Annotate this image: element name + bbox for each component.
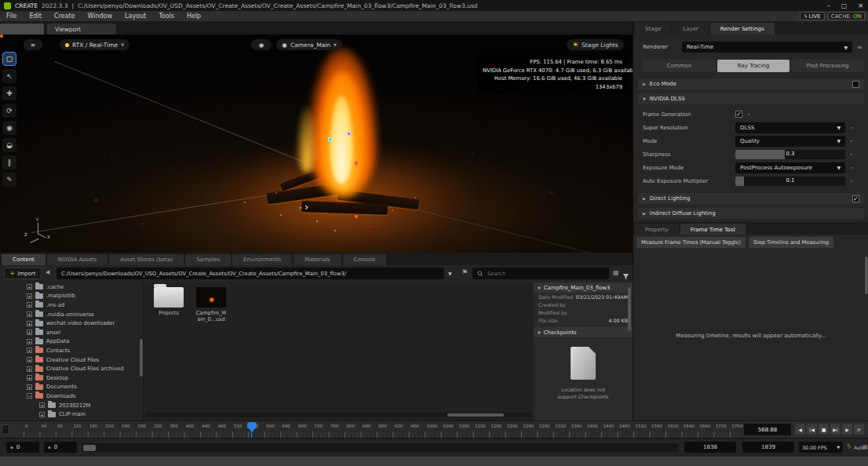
content-tab-samples[interactable]: Samples: [185, 254, 231, 265]
maximize-icon[interactable]: ▢: [841, 2, 848, 9]
section-nvidia-dlss[interactable]: ▼ NVIDIA DLSS: [638, 93, 864, 104]
camera-selector-button[interactable]: ◉ Camera_Main ▼: [276, 39, 342, 50]
grid-horizontal-scrollbar[interactable]: [145, 413, 532, 417]
panel-stub[interactable]: [0, 24, 44, 35]
path-input[interactable]: C:/Users/penyo/Downloads/OV_USD_Assets/O…: [57, 268, 444, 279]
sharpness-slider[interactable]: 0.3: [735, 150, 845, 159]
expand-toggle-icon[interactable]: +: [39, 402, 45, 408]
tab-render-settings[interactable]: Render Settings: [710, 23, 775, 35]
pen-tool[interactable]: ✎: [2, 173, 16, 187]
viewport-menu-button[interactable]: ≡: [24, 39, 42, 50]
move-tool[interactable]: ✚: [2, 86, 16, 100]
tree-item-ms-ad[interactable]: +.ms-ad: [0, 300, 143, 310]
fps-dropdown[interactable]: 30.00 FPS ▼: [799, 442, 843, 453]
pause-button[interactable]: ‖: [2, 155, 16, 169]
section-eco-mode[interactable]: ▶ Eco Mode: [638, 78, 864, 89]
timeline-settings-icon[interactable]: ▤: [863, 444, 868, 450]
frame-generation-checkbox[interactable]: [735, 111, 742, 118]
stop-timeline-and-measuring-button[interactable]: Stop Timeline and Measuring: [749, 237, 833, 248]
timeline-scrollbar[interactable]: [82, 443, 678, 452]
range-end-field[interactable]: 1839: [742, 442, 794, 453]
back-button[interactable]: ◀: [46, 269, 49, 275]
world-tool[interactable]: ◉: [2, 121, 16, 135]
expand-toggle-icon[interactable]: +: [27, 321, 32, 326]
search-input[interactable]: Search: [472, 268, 609, 279]
menu-item-layout[interactable]: Layout: [125, 13, 146, 20]
filter-icon[interactable]: [622, 268, 629, 283]
stop-button[interactable]: ■: [819, 424, 829, 435]
mode-tab-ray-tracing[interactable]: Ray Tracing: [717, 60, 790, 72]
tree-item-appdata[interactable]: +AppData: [0, 337, 143, 347]
expand-toggle-icon[interactable]: +: [27, 339, 32, 344]
close-icon[interactable]: ✕: [858, 2, 863, 9]
menu-item-window[interactable]: Window: [87, 13, 112, 20]
expand-toggle-icon[interactable]: +: [27, 375, 32, 380]
reset-dot-icon[interactable]: •: [747, 111, 750, 117]
super-resolution-dropdown[interactable]: DLSS▼: [735, 122, 845, 133]
menu-item-create[interactable]: Create: [54, 13, 75, 20]
autokey-icon[interactable]: ϟ: [847, 443, 851, 450]
section-direct-lighting[interactable]: ▶ Direct Lighting: [638, 193, 864, 204]
tree-item-contacts[interactable]: +Contacts: [0, 346, 143, 355]
expand-toggle-icon[interactable]: +: [27, 329, 32, 335]
play-button[interactable]: ▶: [842, 424, 852, 435]
tree-item-wechat-video-downloader[interactable]: +wechat video downloader: [0, 319, 143, 328]
reset-dot-icon[interactable]: •: [850, 165, 853, 170]
tab-stage[interactable]: Stage: [635, 23, 671, 35]
content-tab-asset-stores-beta[interactable]: Asset Stores (beta): [109, 254, 184, 265]
direct-lighting-checkbox[interactable]: [852, 195, 859, 202]
loop-end-field[interactable]: 1836: [684, 442, 736, 453]
timeline-corner-box[interactable]: [2, 424, 9, 435]
aperture-button[interactable]: ◉: [251, 39, 272, 50]
expand-toggle-icon[interactable]: +: [27, 357, 32, 362]
tree-scrollbar[interactable]: [140, 339, 143, 377]
expand-toggle-icon[interactable]: +: [27, 366, 32, 372]
rotate-tool[interactable]: ⟳: [2, 104, 16, 118]
content-tab-environments[interactable]: Environments: [232, 254, 292, 265]
scrollbar-thumb[interactable]: [83, 445, 96, 451]
cursor-tool[interactable]: ↖: [2, 69, 16, 83]
tree-item-ansel[interactable]: +ansel: [0, 328, 143, 337]
bookmark-icon[interactable]: ⚑: [461, 268, 468, 276]
stage-lights-button[interactable]: ☀ Stage Lights: [567, 39, 624, 50]
tree-item-cache[interactable]: +.cache: [0, 282, 143, 292]
menu-item-help[interactable]: Help: [187, 13, 201, 20]
tree-item-creative-cloud-files[interactable]: +Creative Cloud Files: [0, 355, 143, 365]
tree-item-20230212m[interactable]: +20230212M: [0, 401, 143, 410]
menu-item-tools[interactable]: Tools: [159, 13, 174, 20]
minimize-icon[interactable]: –: [827, 2, 830, 9]
expand-toggle-icon[interactable]: +: [27, 284, 32, 289]
exposure-mode-dropdown[interactable]: PostProcess Autoexposure▼: [735, 162, 845, 173]
select-tool[interactable]: ▢: [2, 52, 16, 66]
renderer-menu-icon[interactable]: ≡: [857, 44, 863, 51]
tree-item-matplotlib[interactable]: +.matplotlib: [0, 292, 143, 301]
range-start-field[interactable]: ◆ 0: [6, 442, 39, 453]
grid-item-projects[interactable]: Projects: [148, 287, 189, 316]
reset-dot-icon[interactable]: •: [850, 125, 853, 130]
current-frame-field[interactable]: 568.88: [744, 424, 791, 435]
tree-item-clip-main[interactable]: +CLIP-main: [0, 410, 143, 419]
eco-mode-checkbox[interactable]: [852, 81, 859, 88]
content-tab-nvidia-assets[interactable]: NVIDIA Assets: [47, 254, 108, 265]
timeline-ruler[interactable]: 0408012016020024028032036040044048052056…: [24, 421, 739, 438]
info-header[interactable]: ▼ Campfire_Main_03_flow3: [534, 282, 633, 293]
reset-dot-icon[interactable]: •: [850, 151, 853, 157]
gizmo-handle-purple[interactable]: [347, 132, 351, 136]
snap-tool[interactable]: ◒: [2, 138, 16, 152]
checkpoints-header[interactable]: ▼ Checkpoints: [534, 327, 633, 337]
grid-view-icon[interactable]: ▦: [613, 269, 619, 276]
tree-item-desktop[interactable]: +Desktop: [0, 373, 143, 383]
reset-dot-icon[interactable]: •: [850, 178, 853, 184]
content-tab-materials[interactable]: Materials: [294, 254, 341, 265]
info-scrollbar[interactable]: [628, 287, 631, 331]
tree-item-creative-cloud-files-archived[interactable]: +Creative Cloud Files archived: [0, 364, 143, 373]
expand-toggle-icon[interactable]: +: [39, 412, 45, 417]
tab-layer[interactable]: Layer: [673, 23, 709, 35]
import-button[interactable]: + Import: [4, 268, 42, 279]
mode-tab-common[interactable]: Common: [643, 60, 716, 72]
menu-item-edit[interactable]: Edit: [29, 13, 42, 20]
skip-end-button[interactable]: ▶|: [830, 424, 841, 435]
mode-dropdown[interactable]: Quality▼: [735, 136, 845, 147]
section-indirect-diffuse-lighting[interactable]: ▶ Indirect Diffuse Lighting: [638, 208, 864, 219]
measure-frame-times-manual-toggle-button[interactable]: Measure Frame Times (Manual Toggle): [636, 237, 746, 248]
